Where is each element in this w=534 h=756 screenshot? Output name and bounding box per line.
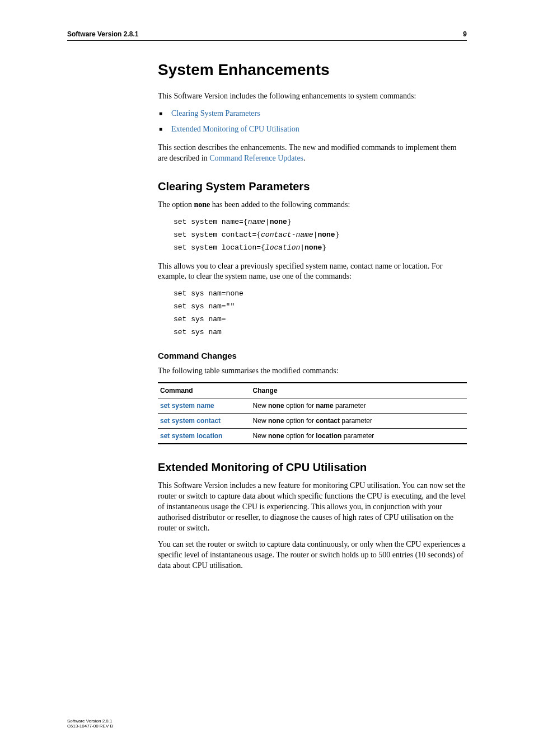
code-text: set system name={: [174, 218, 248, 226]
heading-extended-monitoring: Extended Monitoring of CPU Utilisation: [158, 461, 467, 474]
text: New: [253, 432, 268, 440]
page-content: System Enhancements This Software Versio…: [158, 61, 467, 571]
command-changes-p: The following table summarises the modif…: [158, 366, 467, 377]
command-changes-table: Command Change set system name New none …: [158, 382, 467, 444]
link-set-system-name[interactable]: set system name: [160, 402, 214, 410]
code-line: set sys nam="": [174, 300, 467, 313]
header-title: Software Version 2.8.1: [67, 30, 138, 38]
code-line: set sys nam=: [174, 313, 467, 326]
code-line: set system location={location|none}: [174, 242, 467, 255]
table-cell-change: New none option for name parameter: [251, 398, 467, 414]
link-extended-monitoring[interactable]: Extended Monitoring of CPU Utilisation: [171, 125, 299, 133]
code-line: set sys nam: [174, 326, 467, 339]
table-cell-change: New none option for contact parameter: [251, 414, 467, 429]
bold-text: location: [316, 432, 341, 440]
bold-none: none: [194, 200, 210, 209]
code-keyword: none: [317, 231, 335, 239]
code-block-examples: set sys nam=none set sys nam="" set sys …: [174, 288, 467, 339]
section-description: This section describes the enhancements.…: [158, 143, 467, 164]
bold-text: none: [268, 417, 284, 425]
text: parameter: [334, 402, 366, 410]
bold-text: name: [316, 402, 333, 410]
code-keyword: none: [305, 243, 322, 252]
extended-p2: You can set the router or switch to capt…: [158, 539, 467, 571]
text: option for: [284, 432, 316, 440]
bold-text: none: [268, 432, 284, 440]
footer-line-2: C613-10477-00 REV B: [67, 724, 113, 729]
code-text: |: [265, 218, 270, 226]
clearing-p1: The option none has been added to the fo…: [158, 200, 467, 210]
code-param: name: [248, 218, 265, 226]
enhancement-list: Clearing System Parameters Extended Moni…: [158, 107, 467, 136]
th-change: Change: [251, 383, 467, 398]
clearing-p2: This allows you to clear a previously sp…: [158, 261, 467, 283]
text: parameter: [340, 417, 372, 425]
code-text: set system contact={: [174, 231, 261, 239]
table-row: set system contact New none option for c…: [158, 414, 467, 429]
main-heading: System Enhancements: [158, 61, 467, 79]
heading-command-changes: Command Changes: [158, 351, 467, 360]
text: The option: [158, 200, 194, 209]
code-line: set system name={name|none}: [174, 216, 467, 229]
list-item: Clearing System Parameters: [158, 107, 467, 120]
text: option for: [284, 417, 316, 425]
code-line: set sys nam=none: [174, 288, 467, 300]
link-clearing-system-parameters[interactable]: Clearing System Parameters: [171, 109, 260, 118]
header-page-number: 9: [463, 30, 467, 38]
text: New: [253, 402, 268, 410]
table-header-row: Command Change: [158, 383, 467, 398]
link-command-reference-updates[interactable]: Command Reference Updates: [209, 154, 303, 162]
code-text: }: [322, 243, 326, 252]
text: parameter: [341, 432, 374, 440]
text: has been added to the following commands…: [210, 200, 350, 209]
code-param: contact-name: [261, 231, 313, 239]
code-text: }: [287, 218, 292, 226]
code-param: location: [265, 243, 300, 252]
section-desc-after: .: [303, 154, 306, 162]
footer-line-1: Software Version 2.8.1: [67, 719, 113, 724]
bold-text: none: [268, 402, 284, 410]
table-cell-change: New none option for location parameter: [251, 429, 467, 444]
list-item: Extended Monitoring of CPU Utilisation: [158, 123, 467, 135]
code-text: }: [335, 231, 340, 239]
page-footer: Software Version 2.8.1 C613-10477-00 REV…: [67, 719, 113, 729]
text: New: [253, 417, 268, 425]
bold-text: contact: [316, 417, 340, 425]
link-set-system-location[interactable]: set system location: [160, 432, 222, 440]
link-set-system-contact[interactable]: set system contact: [160, 417, 221, 425]
section-desc-before: This section describes the enhancements.…: [158, 143, 457, 162]
code-line: set system contact={contact-name|none}: [174, 229, 467, 242]
th-command: Command: [158, 383, 251, 398]
code-keyword: none: [270, 218, 287, 226]
intro-text: This Software Version includes the follo…: [158, 91, 467, 102]
table-row: set system name New none option for name…: [158, 398, 467, 414]
table-row: set system location New none option for …: [158, 429, 467, 444]
page-header: Software Version 2.8.1 9: [67, 30, 467, 41]
code-text: |: [300, 243, 305, 252]
code-block-syntax: set system name={name|none} set system c…: [174, 216, 467, 254]
code-text: set system location={: [174, 243, 265, 252]
heading-clearing-system-parameters: Clearing System Parameters: [158, 180, 467, 193]
text: option for: [284, 402, 316, 410]
extended-p1: This Software Version includes a new fea…: [158, 481, 467, 533]
